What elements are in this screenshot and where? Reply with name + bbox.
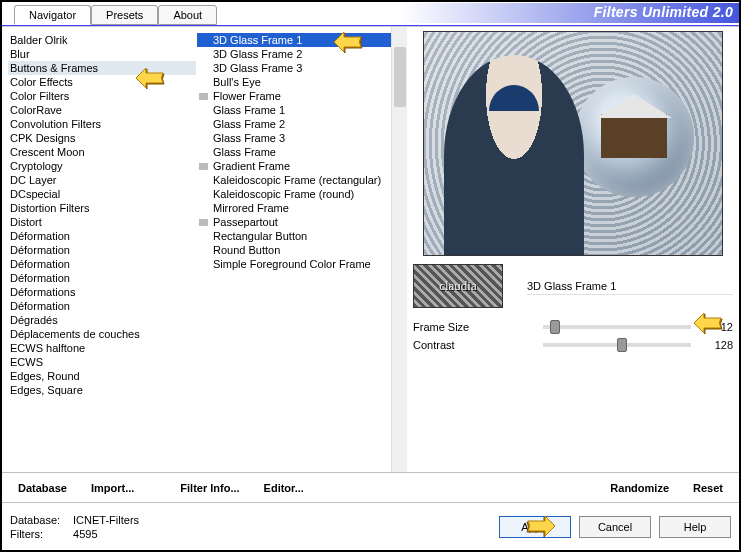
filter-item[interactable]: Glass Frame	[197, 145, 407, 159]
slider-thumb[interactable]	[550, 320, 560, 334]
category-item[interactable]: ECWS halftone	[8, 341, 196, 355]
filter-name-band: 3D Glass Frame 1	[413, 264, 733, 308]
filter-item[interactable]: Glass Frame 2	[197, 117, 407, 131]
param-frame-size-row: Frame Size 12	[413, 318, 733, 336]
scrollbar-thumb[interactable]	[394, 47, 406, 107]
editor-button[interactable]: Editor...	[254, 478, 314, 498]
title-bar: Filters Unlimited 2.0	[217, 3, 739, 23]
param-contrast-value: 128	[701, 339, 733, 351]
tab-navigator-label: Navigator	[29, 9, 76, 21]
brand-logo	[413, 264, 503, 308]
filter-item[interactable]: 3D Glass Frame 3	[197, 61, 407, 75]
filter-item[interactable]: Round Button	[197, 243, 407, 257]
tab-about-label: About	[173, 9, 202, 21]
param-contrast-slider[interactable]	[543, 343, 691, 347]
category-list[interactable]: Balder OlrikBlurButtons & FramesColor Ef…	[2, 27, 196, 472]
filter-item[interactable]: Kaleidoscopic Frame (round)	[197, 187, 407, 201]
category-item[interactable]: Color Effects	[8, 75, 196, 89]
filter-item[interactable]: Bull's Eye	[197, 75, 407, 89]
filter-item[interactable]: Mirrored Frame	[197, 201, 407, 215]
tab-bar: Navigator Presets About Filters Unlimite…	[2, 2, 739, 26]
filter-item[interactable]: Glass Frame 3	[197, 131, 407, 145]
category-item[interactable]: Crescent Moon	[8, 145, 196, 159]
filter-column: 3D Glass Frame 13D Glass Frame 23D Glass…	[197, 27, 407, 472]
category-item[interactable]: Déplacements de couches	[8, 327, 196, 341]
tabs: Navigator Presets About	[2, 2, 217, 25]
category-item[interactable]: Balder Olrik	[8, 33, 196, 47]
reset-button[interactable]: Reset	[683, 478, 733, 498]
status-db-value: ICNET-Filters	[73, 514, 139, 526]
category-item[interactable]: DCspecial	[8, 187, 196, 201]
filter-list-scrollbar[interactable]	[391, 27, 407, 472]
database-button[interactable]: Database	[8, 478, 77, 498]
preview-image	[423, 31, 723, 256]
category-item[interactable]: Edges, Round	[8, 369, 196, 383]
app-title: Filters Unlimited 2.0	[594, 4, 733, 20]
filter-item[interactable]: 3D Glass Frame 2	[197, 47, 407, 61]
tab-navigator[interactable]: Navigator	[14, 5, 91, 25]
tab-about[interactable]: About	[158, 5, 217, 25]
category-item[interactable]: Déformation	[8, 271, 196, 285]
category-item[interactable]: ColorRave	[8, 103, 196, 117]
parameters: Frame Size 12 Contrast 128	[413, 318, 733, 354]
category-item[interactable]: Dégradés	[8, 313, 196, 327]
param-frame-size-label: Frame Size	[413, 321, 533, 333]
status-filters-value: 4595	[73, 528, 97, 540]
category-item[interactable]: Color Filters	[8, 89, 196, 103]
category-item[interactable]: Distort	[8, 215, 196, 229]
filter-item[interactable]: Kaleidoscopic Frame (rectangular)	[197, 173, 407, 187]
filter-item[interactable]: Passepartout	[197, 215, 407, 229]
param-frame-size-slider[interactable]	[543, 325, 691, 329]
category-column: Balder OlrikBlurButtons & FramesColor Ef…	[2, 27, 197, 472]
category-item[interactable]: Déformation	[8, 299, 196, 313]
category-item[interactable]: Convolution Filters	[8, 117, 196, 131]
category-item[interactable]: Blur	[8, 47, 196, 61]
category-item[interactable]: Déformation	[8, 243, 196, 257]
status-db-label: Database:	[10, 514, 70, 526]
tab-presets[interactable]: Presets	[91, 5, 158, 25]
content: Balder OlrikBlurButtons & FramesColor Ef…	[2, 26, 739, 472]
category-item[interactable]: Edges, Square	[8, 383, 196, 397]
filter-item[interactable]: Flower Frame	[197, 89, 407, 103]
filter-item[interactable]: Rectangular Button	[197, 229, 407, 243]
category-item[interactable]: Cryptology	[8, 159, 196, 173]
category-item[interactable]: Déformation	[8, 229, 196, 243]
dialog-buttons: Apply Cancel Help	[491, 516, 731, 538]
param-contrast-row: Contrast 128	[413, 336, 733, 354]
filter-item[interactable]: Simple Foreground Color Frame	[197, 257, 407, 271]
filter-item[interactable]: 3D Glass Frame 1	[197, 33, 407, 47]
filter-list[interactable]: 3D Glass Frame 13D Glass Frame 23D Glass…	[197, 27, 407, 472]
category-item[interactable]: Déformations	[8, 285, 196, 299]
param-frame-size-value: 12	[701, 321, 733, 333]
current-filter-name: 3D Glass Frame 1	[527, 278, 733, 295]
import-button[interactable]: Import...	[81, 478, 144, 498]
filter-item[interactable]: Gradient Frame	[197, 159, 407, 173]
slider-thumb[interactable]	[617, 338, 627, 352]
category-item[interactable]: Déformation	[8, 257, 196, 271]
filter-info-button[interactable]: Filter Info...	[170, 478, 249, 498]
cancel-button[interactable]: Cancel	[579, 516, 651, 538]
randomize-button[interactable]: Randomize	[600, 478, 679, 498]
preview-column: 3D Glass Frame 1 Frame Size 12 Contrast …	[407, 27, 739, 472]
param-contrast-label: Contrast	[413, 339, 533, 351]
tab-presets-label: Presets	[106, 9, 143, 21]
category-item[interactable]: ECWS	[8, 355, 196, 369]
help-button[interactable]: Help	[659, 516, 731, 538]
category-item[interactable]: CPK Designs	[8, 131, 196, 145]
apply-button[interactable]: Apply	[499, 516, 571, 538]
status-filters-label: Filters:	[10, 528, 70, 540]
status-info: Database: ICNET-Filters Filters: 4595	[10, 514, 139, 540]
category-item[interactable]: Distortion Filters	[8, 201, 196, 215]
bottom-toolbar: Database Import... Filter Info... Editor…	[2, 472, 739, 502]
status-bar: Database: ICNET-Filters Filters: 4595 Ap…	[2, 502, 739, 550]
filter-item[interactable]: Glass Frame 1	[197, 103, 407, 117]
category-item[interactable]: Buttons & Frames	[8, 61, 196, 75]
category-item[interactable]: DC Layer	[8, 173, 196, 187]
